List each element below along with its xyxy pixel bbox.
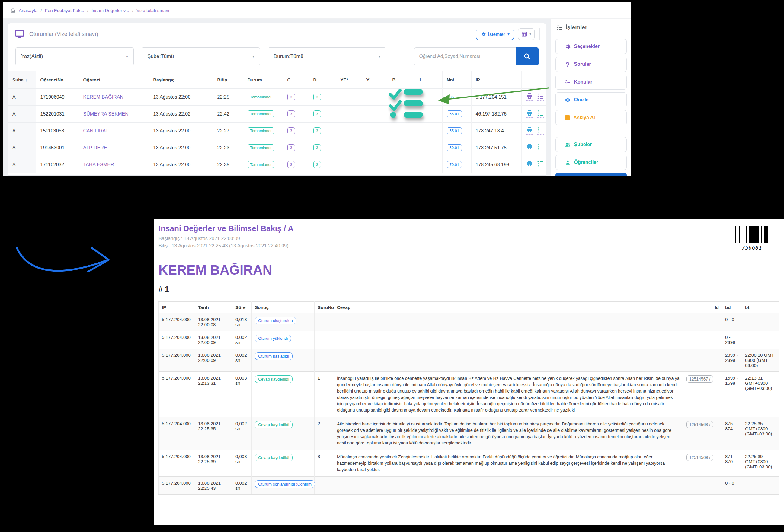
- grade-badge: 55.01: [447, 127, 462, 134]
- student-search-input[interactable]: [414, 48, 515, 65]
- log-cell-id: [683, 331, 722, 349]
- attempt-number: # 1: [159, 285, 779, 294]
- cell-durum: Tamamlandı: [243, 140, 283, 156]
- chevron-down-icon: ▾: [252, 54, 254, 59]
- sidebar-item-askiya-al[interactable]: Askıya Al: [556, 110, 627, 125]
- sidebar-item-subeler[interactable]: Şubeler: [556, 137, 627, 152]
- col-header-c[interactable]: C: [283, 71, 309, 89]
- log-col-tarih: Tarih: [195, 302, 232, 313]
- print-session-button[interactable]: [526, 160, 533, 168]
- c-count-badge: 3: [287, 144, 295, 151]
- breadcrumb-exam[interactable]: Vize telafi sınavı: [136, 8, 169, 13]
- cell-d: 3: [309, 122, 336, 140]
- cell-ogrenci-no: 171102032: [36, 156, 79, 173]
- print-session-button[interactable]: [526, 109, 533, 118]
- result-badge: Cevap kaydedildi: [255, 454, 292, 462]
- sidebar-item-onizle[interactable]: Önizle: [556, 92, 627, 108]
- log-cell-bt: 22:00:10 GMT 0300 (GMT 03:00): [742, 349, 780, 372]
- log-cell-sure: 0,002 sn: [232, 417, 252, 450]
- log-cell-sure: 0,003 sn: [232, 372, 252, 417]
- branch-filter-select[interactable]: Şube:Tümü ▾: [142, 48, 260, 65]
- cell-d: 3: [309, 106, 336, 122]
- cell-c: 3: [283, 156, 309, 173]
- c-count-badge: 3: [287, 111, 295, 117]
- columns-dropdown-button[interactable]: ▾: [518, 28, 534, 40]
- print-session-button[interactable]: [526, 92, 533, 101]
- student-name-link[interactable]: SÜMEYRA SEKMEN: [79, 106, 149, 122]
- eye-icon: [565, 97, 570, 103]
- cell-sube: A: [8, 89, 36, 106]
- log-cell-soruno: [314, 313, 334, 331]
- col-header-d[interactable]: D: [309, 71, 336, 89]
- cell-actions: [521, 122, 545, 140]
- sidebar-item-secenekler[interactable]: Seçenekler: [556, 39, 627, 54]
- search-button[interactable]: [515, 48, 538, 65]
- col-header-durum[interactable]: Durum: [243, 71, 283, 89]
- islemler-button-label: İşlemler: [488, 32, 505, 37]
- session-row: A 171102032 TAHA ESMER 13 Ağustos 22:00 …: [8, 156, 545, 173]
- log-cell-cevap: Münakaşa esnasında yenilmek Zenginlesmek…: [334, 450, 683, 477]
- col-header-baslangic[interactable]: Başlangıç: [149, 71, 213, 89]
- col-header-ye[interactable]: YE*: [336, 71, 362, 89]
- session-log-button[interactable]: [537, 160, 544, 168]
- session-row: A 151103053 CAN FIRAT 13 Ağustos 22:00 2…: [8, 122, 545, 140]
- breadcrumb-home[interactable]: Anasayfa: [19, 8, 38, 13]
- log-col-sure: Süre: [232, 302, 252, 313]
- users-icon: [565, 142, 570, 148]
- student-name-link[interactable]: CAN FIRAT: [79, 122, 149, 140]
- sidebar-item-oturumlar[interactable]: Oturumlar: [556, 173, 627, 176]
- report-title: İnsani Değerler ve Bilimsel Bakış / A: [159, 224, 779, 233]
- student-name-link[interactable]: ALP DERE: [79, 140, 149, 156]
- status-filter-select[interactable]: Durum:Tümü ▾: [268, 48, 386, 65]
- session-log-button[interactable]: [537, 109, 544, 118]
- session-log-button[interactable]: [537, 126, 544, 135]
- student-name-link[interactable]: TAHA ESMER: [79, 156, 149, 173]
- col-header-i[interactable]: İ: [415, 71, 442, 89]
- chevron-down-icon: ▾: [507, 32, 509, 36]
- col-header-bitis[interactable]: Bitiş: [213, 71, 243, 89]
- col-header-ogrencino[interactable]: ÖğrenciNo: [36, 71, 79, 89]
- col-header-b[interactable]: B: [388, 71, 415, 89]
- log-col-id: Id: [683, 302, 722, 313]
- cell-ye: [336, 156, 362, 173]
- log-row: 5.177.204.000 13.08.2021 22:00:09 0,002 …: [159, 331, 780, 349]
- col-header-y[interactable]: Y: [362, 71, 388, 89]
- term-filter-select[interactable]: Yaz(Aktif) ▾: [16, 48, 134, 65]
- col-header-ogrenci[interactable]: Öğrenci: [79, 71, 149, 89]
- cell-not: 35: [442, 89, 471, 106]
- sidebar-item-konular[interactable]: Konular: [556, 75, 627, 90]
- checklist-icon: [537, 126, 544, 134]
- student-name-link[interactable]: KEREM BAĞIRAN: [79, 89, 149, 106]
- cell-ye: [336, 89, 362, 106]
- breadcrumb-faculty[interactable]: Fen Edebiyat Fak...: [45, 8, 84, 13]
- cell-ip: 178.247.18.4: [471, 122, 521, 140]
- sidebar-group-gap: [556, 128, 627, 137]
- log-cell-sonuc: Cevap kaydedildi: [252, 372, 314, 417]
- cell-baslangic: 13 Ağustos 22:00: [149, 140, 213, 156]
- cell-c: 3: [283, 89, 309, 106]
- grade-badge: 70.01: [447, 161, 462, 168]
- cell-sube: A: [8, 140, 36, 156]
- session-log-button[interactable]: [537, 143, 544, 151]
- status-filter-value: Durum:Tümü: [274, 53, 303, 59]
- print-session-button[interactable]: [526, 143, 533, 151]
- log-cell-sure: 0,002 sn: [232, 331, 252, 349]
- islemler-dropdown-button[interactable]: İşlemler ▾: [476, 29, 514, 40]
- col-header-sube[interactable]: Şube↓: [8, 71, 36, 89]
- col-header-ip[interactable]: IP: [471, 71, 521, 89]
- sessions-window: Anasayfa / Fen Edebiyat Fak... / İnsani …: [3, 2, 631, 176]
- cell-i: [415, 156, 442, 173]
- sidebar-item-ogrenciler[interactable]: Öğrenciler: [556, 155, 627, 170]
- print-session-button[interactable]: [526, 126, 533, 135]
- col-header-not[interactable]: Not: [442, 71, 471, 89]
- sidebar-item-sorular[interactable]: Sorular: [556, 57, 627, 72]
- sessions-table: Şube↓ ÖğrenciNo Öğrenci Başlangıç Bitiş …: [8, 71, 546, 173]
- answer-id-badge: 12514567 /: [687, 375, 713, 383]
- breadcrumb-course[interactable]: İnsani Değerler v...: [91, 8, 129, 13]
- cell-y: [362, 156, 388, 173]
- cell-i: [415, 89, 442, 106]
- log-cell-bd: 0 - 2399: [722, 331, 742, 349]
- log-cell-bd: 871 - 870: [722, 450, 742, 477]
- report-student-name: KEREM BAĞIRAN: [159, 263, 779, 277]
- session-log-button[interactable]: [537, 92, 544, 101]
